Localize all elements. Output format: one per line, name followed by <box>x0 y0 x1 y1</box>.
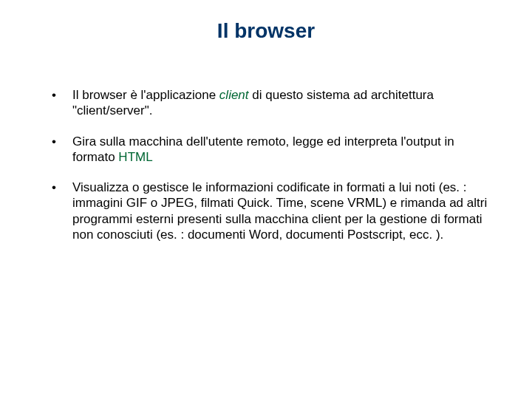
bullet-2-html-word: HTML <box>118 150 152 164</box>
bullet-list: Il browser è l'applicazione client di qu… <box>37 87 495 242</box>
bullet-1-client-word: client <box>219 88 249 102</box>
bullet-item-2: Gira sulla macchina dell'utente remoto, … <box>37 134 495 166</box>
slide-title: Il browser <box>37 19 495 43</box>
bullet-3-text: Visualizza o gestisce le informazioni co… <box>72 180 487 242</box>
bullet-1-text-pre: Il browser è l'applicazione <box>72 88 219 102</box>
slide: Il browser Il browser è l'applicazione c… <box>0 0 532 399</box>
bullet-item-3: Visualizza o gestisce le informazioni co… <box>37 180 495 242</box>
bullet-item-1: Il browser è l'applicazione client di qu… <box>37 87 495 119</box>
